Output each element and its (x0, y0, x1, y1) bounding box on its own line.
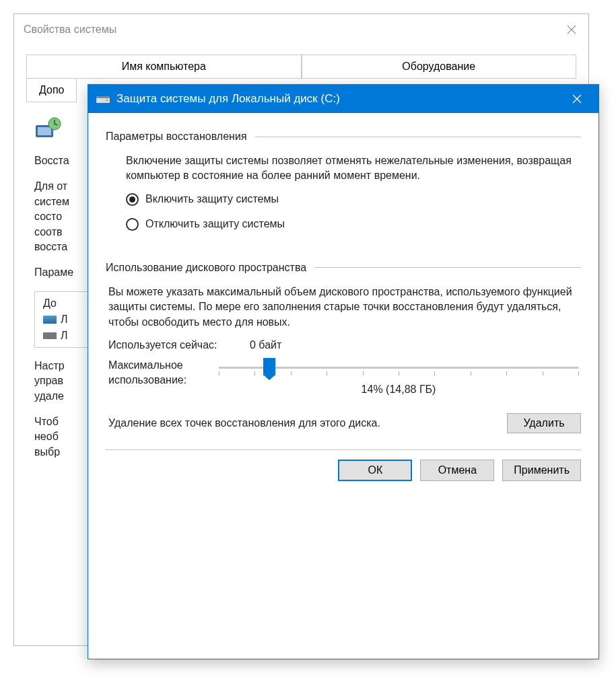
radio-enable-label: Включить защиту системы (145, 193, 279, 205)
svg-point-5 (106, 100, 108, 101)
close-button[interactable] (563, 85, 590, 113)
bg-window-title: Свойства системы (24, 24, 116, 36)
bg-tabs-row1: Имя компьютера Оборудование (26, 55, 576, 79)
drive-icon (43, 332, 57, 339)
tab-advanced[interactable]: Допо (26, 79, 77, 102)
section-disk-usage-title: Использование дискового пространства (106, 262, 306, 274)
divider (106, 449, 581, 450)
radio-enable-protection[interactable]: Включить защиту системы (126, 193, 581, 206)
slider-thumb[interactable] (263, 358, 275, 375)
max-usage-label: Максимальное использование: (108, 358, 216, 388)
max-usage-row: Максимальное использование: (108, 358, 581, 396)
drive-icon (96, 94, 110, 104)
section-restore-settings-title: Параметры восстановления (106, 131, 247, 143)
delete-row: Удаление всех точек восстановления для э… (108, 413, 581, 433)
tab-computer-name[interactable]: Имя компьютера (26, 55, 302, 78)
system-protection-icon (34, 116, 64, 143)
svg-rect-4 (96, 96, 110, 98)
bg-drive2-label: Л (61, 330, 68, 342)
tab-hardware[interactable]: Оборудование (302, 55, 577, 78)
radio-icon (126, 193, 139, 206)
bg-drive1-label: Л (61, 314, 68, 326)
section-restore-settings-body: Включение защиты системы позволяет отмен… (106, 153, 581, 231)
section-restore-settings-header: Параметры восстановления (106, 131, 581, 143)
bg-titlebar: Свойства системы (14, 14, 588, 44)
dialog-body: Параметры восстановления Включение защит… (88, 113, 598, 491)
max-usage-slider[interactable]: 14% (14,88 ГБ) (216, 358, 581, 396)
delete-description: Удаление всех точек восстановления для э… (108, 416, 507, 431)
system-protection-dialog: Защита системы для Локальный диск (C:) П… (88, 84, 599, 659)
section-disk-usage-header: Использование дискового пространства (106, 262, 581, 274)
radio-icon (126, 218, 139, 231)
radio-disable-label: Отключить защиту системы (145, 218, 285, 230)
drive-icon (43, 316, 57, 324)
cancel-button[interactable]: Отмена (420, 460, 494, 481)
close-icon[interactable] (564, 22, 579, 37)
current-usage-row: Используется сейчас: 0 байт (108, 339, 581, 351)
disk-usage-description: Вы можете указать максимальный объем дис… (108, 285, 581, 330)
section-disk-usage-body: Вы можете указать максимальный объем дис… (106, 285, 581, 433)
divider (255, 137, 581, 137)
dialog-title: Защита системы для Локальный диск (C:) (116, 92, 563, 106)
slider-track (219, 362, 578, 374)
svg-rect-1 (38, 127, 51, 135)
dialog-button-bar: ОК Отмена Применить (106, 460, 581, 481)
radio-disable-protection[interactable]: Отключить защиту системы (126, 218, 581, 231)
current-usage-label: Используется сейчас: (108, 339, 250, 351)
divider (314, 267, 581, 268)
slider-readout: 14% (14,88 ГБ) (216, 384, 581, 396)
dialog-titlebar: Защита системы для Локальный диск (C:) (88, 85, 598, 113)
ok-button[interactable]: ОК (338, 460, 412, 481)
restore-settings-description: Включение защиты системы позволяет отмен… (126, 153, 581, 184)
delete-button[interactable]: Удалить (507, 413, 581, 433)
apply-button[interactable]: Применить (502, 460, 581, 481)
current-usage-value: 0 байт (250, 339, 281, 351)
